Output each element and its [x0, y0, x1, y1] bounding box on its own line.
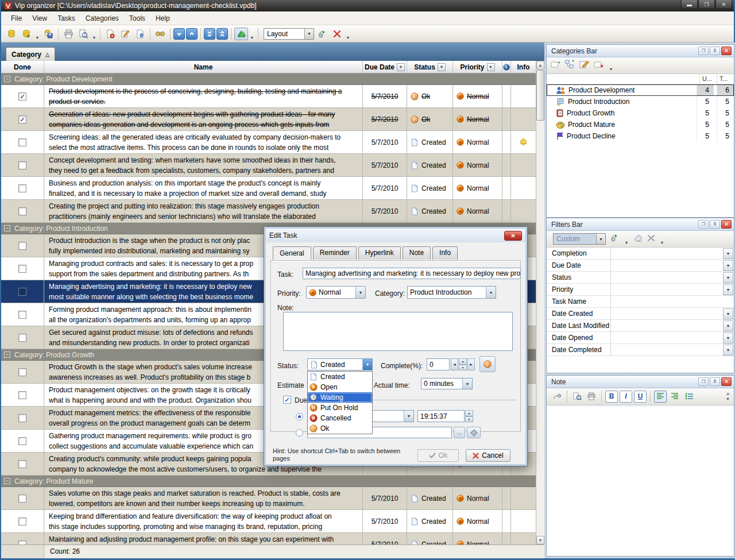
- note-print-icon[interactable]: [585, 391, 598, 403]
- move-down-icon[interactable]: [173, 28, 185, 40]
- due-date-filter-icon[interactable]: ▼: [397, 63, 405, 71]
- mark-complete-button[interactable]: [479, 356, 496, 372]
- done-checkbox[interactable]: [18, 334, 26, 342]
- note-preview-icon[interactable]: [571, 391, 583, 403]
- status-option-ok[interactable]: Ok: [308, 423, 372, 434]
- collapse-icon[interactable]: −: [4, 225, 10, 231]
- complete-spinner[interactable]: ▲▼: [459, 358, 467, 370]
- ok-button[interactable]: Ok: [417, 449, 459, 462]
- note-content[interactable]: [547, 405, 734, 556]
- clear-filter-icon[interactable]: [633, 234, 643, 244]
- due-date-arrow-icon[interactable]: ▼: [404, 411, 413, 422]
- filter-dropdown-icon[interactable]: ▼: [723, 260, 733, 271]
- category-tree-item[interactable]: Product Growth55: [547, 107, 734, 119]
- filter-dropdown-icon[interactable]: ▼: [723, 272, 733, 283]
- apply-layout-icon[interactable]: [315, 28, 329, 40]
- column-header-done[interactable]: Done: [1, 61, 44, 73]
- print-icon[interactable]: [61, 28, 75, 40]
- category-tree-item[interactable]: Product Development46: [547, 84, 734, 96]
- task-row[interactable]: Concept development and testing: when ma…: [1, 154, 536, 177]
- print-dropdown-icon[interactable]: ▼: [91, 36, 97, 42]
- open-database-dropdown-icon[interactable]: ▼: [34, 36, 40, 42]
- note-close-icon[interactable]: ✕: [721, 377, 732, 386]
- done-checkbox[interactable]: [18, 207, 26, 215]
- note-textarea[interactable]: [283, 312, 513, 351]
- scrollbar-thumb[interactable]: [536, 70, 544, 121]
- note-toolbar-overflow-icon[interactable]: ▼: [726, 396, 730, 401]
- collapse-icon[interactable]: −: [4, 76, 10, 82]
- priority-select[interactable]: Normal ▼: [306, 286, 366, 299]
- task-input[interactable]: Managing advertising and marketing: it i…: [303, 268, 521, 279]
- due-time-input[interactable]: 19:15:37: [417, 410, 465, 422]
- add-task-icon[interactable]: [103, 28, 117, 40]
- task-row[interactable]: Business and production analysis: on thi…: [1, 177, 536, 200]
- complete-increment-icon[interactable]: ►: [467, 358, 475, 370]
- italic-button[interactable]: I: [620, 391, 632, 403]
- custom-due-browse-button[interactable]: …: [454, 427, 465, 438]
- collapse-icon[interactable]: −: [4, 478, 10, 484]
- column-header-name[interactable]: Name: [44, 61, 363, 73]
- open-database-icon[interactable]: [20, 28, 33, 40]
- done-checkbox[interactable]: [18, 242, 26, 250]
- find-icon[interactable]: [153, 28, 167, 40]
- category-tree-item[interactable]: Product Mature55: [547, 119, 734, 130]
- status-option-put-on-hold[interactable]: Put On Hold: [308, 403, 372, 413]
- new-database-icon[interactable]: [5, 28, 18, 40]
- done-checkbox[interactable]: [18, 495, 26, 503]
- status-option-waiting[interactable]: Waiting: [308, 392, 372, 403]
- status-select-arrow-icon[interactable]: ▼: [362, 359, 372, 370]
- column-header-due-date[interactable]: Due Date▼: [363, 61, 407, 73]
- menu-item-view[interactable]: View: [27, 12, 52, 25]
- dialog-tab-hyperlink[interactable]: Hyperlink: [358, 246, 401, 260]
- custom-due-picker-button[interactable]: [467, 427, 481, 438]
- layout-select[interactable]: Layout ▼: [264, 28, 314, 40]
- done-checkbox[interactable]: [18, 414, 26, 422]
- due-time-spinner[interactable]: ▲▼: [465, 410, 473, 422]
- due-date-checkbox[interactable]: ✓: [283, 396, 291, 404]
- insert-link-icon[interactable]: [551, 391, 563, 403]
- apply-filter-dropdown-icon[interactable]: ▼: [624, 241, 629, 247]
- filter-dropdown-icon[interactable]: ▼: [723, 320, 733, 331]
- filter-dropdown-icon[interactable]: ▼: [723, 248, 733, 259]
- categories-restore-icon[interactable]: ❐: [698, 47, 709, 55]
- menu-item-file[interactable]: File: [6, 12, 27, 25]
- priority-select-arrow-icon[interactable]: ▼: [355, 287, 365, 298]
- done-checkbox[interactable]: [18, 288, 26, 296]
- note-toolbar-more-icon[interactable]: »: [726, 391, 730, 396]
- cancel-button[interactable]: Cancel: [466, 449, 510, 462]
- add-category-icon[interactable]: [551, 60, 561, 71]
- status-option-created[interactable]: Created: [308, 372, 372, 382]
- done-checkbox[interactable]: ✓: [18, 115, 26, 123]
- column-header-priority[interactable]: Priority▼: [453, 61, 502, 73]
- note-restore-icon[interactable]: ❐: [698, 377, 709, 386]
- filters-toolbar-overflow-icon[interactable]: ▼: [659, 241, 665, 247]
- actual-time-select[interactable]: 0 minutes ▼: [421, 378, 473, 389]
- done-checkbox[interactable]: [18, 161, 26, 169]
- bold-button[interactable]: B: [605, 391, 618, 403]
- done-checkbox[interactable]: [18, 265, 26, 273]
- vertical-scrollbar[interactable]: ▲ ▼: [536, 61, 544, 544]
- align-left-icon[interactable]: [654, 391, 667, 403]
- move-top-icon[interactable]: [216, 28, 228, 40]
- window-titlebar[interactable]: Vip organizer [C:\Users\vladislav\Deskto…: [1, 0, 734, 11]
- categories-close-icon[interactable]: ✕: [721, 47, 732, 55]
- filters-restore-icon[interactable]: ❐: [698, 220, 709, 229]
- filter-dropdown-icon[interactable]: ▼: [723, 308, 733, 319]
- move-up-icon[interactable]: [186, 28, 198, 40]
- task-row[interactable]: Keeping brand differentiation and featur…: [1, 510, 536, 533]
- delete-task-icon[interactable]: [133, 28, 147, 40]
- filter-dropdown-icon[interactable]: ▼: [723, 284, 733, 295]
- layout-view-dropdown-icon[interactable]: ▼: [249, 36, 255, 42]
- status-option-cancelled[interactable]: Cancelled: [308, 413, 372, 423]
- column-header-reminder[interactable]: [502, 61, 511, 73]
- done-checkbox[interactable]: [18, 460, 26, 468]
- filter-dropdown-icon[interactable]: ▼: [723, 333, 733, 343]
- status-filter-icon[interactable]: ▼: [438, 63, 446, 71]
- filter-dropdown-icon[interactable]: ▼: [723, 345, 733, 356]
- scroll-up-icon[interactable]: ▲: [536, 61, 544, 69]
- filter-preset-select[interactable]: Custom ▼: [553, 233, 606, 245]
- task-row[interactable]: Screening ideas: all the generated ideas…: [1, 131, 536, 154]
- done-checkbox[interactable]: ✓: [18, 92, 26, 101]
- done-checkbox[interactable]: [18, 540, 26, 545]
- due-date-radio[interactable]: [296, 413, 303, 420]
